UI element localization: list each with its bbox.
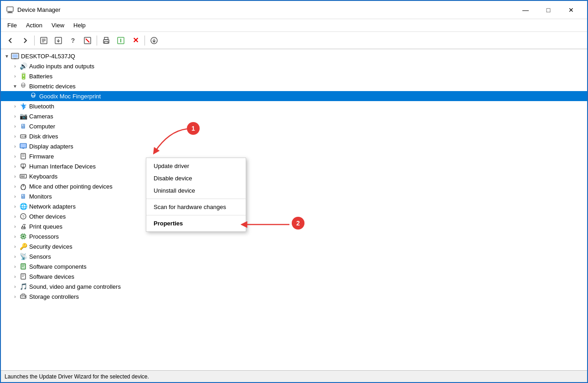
ctx-sep-2: [146, 215, 246, 215]
monitors-expander[interactable]: ›: [11, 192, 19, 200]
biometric-expander[interactable]: ▼: [11, 82, 19, 90]
tree-mice[interactable]: › Mice and other pointing devices: [1, 181, 587, 191]
ctx-disable-device[interactable]: Disable device: [146, 172, 246, 184]
hid-expander[interactable]: ›: [11, 162, 19, 170]
menu-help[interactable]: Help: [69, 20, 90, 31]
mice-expander[interactable]: ›: [11, 182, 19, 190]
update-driver-button[interactable]: [52, 34, 65, 47]
tree-root[interactable]: ▼ DESKTOP-4L537JQ: [1, 51, 587, 61]
mice-icon: [19, 182, 27, 190]
storage-expander[interactable]: ›: [11, 292, 19, 301]
keyboards-expander[interactable]: ›: [11, 172, 19, 180]
menu-action[interactable]: Action: [21, 20, 47, 31]
root-icon: [11, 52, 19, 60]
bluetooth-expander[interactable]: ›: [11, 102, 19, 110]
batteries-expander[interactable]: ›: [11, 72, 19, 80]
tree-storage[interactable]: › Storage controllers: [1, 291, 587, 301]
svg-point-22: [31, 93, 35, 97]
print-icon: 🖨: [19, 222, 27, 230]
svg-rect-36: [20, 174, 26, 178]
download-button[interactable]: [147, 34, 161, 47]
forward-button[interactable]: [18, 34, 32, 47]
tree-firmware[interactable]: › Firmware: [1, 151, 587, 161]
tree-security[interactable]: › 🔑 Security devices: [1, 241, 587, 251]
tree-hid[interactable]: › Human Interface Devices: [1, 161, 587, 171]
tree-processors[interactable]: ›: [1, 231, 587, 241]
display-expander[interactable]: ›: [11, 142, 19, 150]
computer-label: Computer: [29, 123, 55, 130]
back-button[interactable]: [4, 34, 17, 47]
computer-expander[interactable]: ›: [11, 122, 19, 130]
cameras-expander[interactable]: ›: [11, 112, 19, 120]
disk-expander[interactable]: ›: [11, 132, 19, 140]
minimize-button[interactable]: —: [515, 3, 536, 17]
sensors-expander[interactable]: ›: [11, 252, 19, 260]
tree-network[interactable]: › 🌐 Network adapters: [1, 201, 587, 211]
tree-audio[interactable]: › 🔊 Audio inputs and outputs: [1, 61, 587, 71]
sensors-label: Sensors: [29, 253, 51, 260]
other-expander[interactable]: ›: [11, 212, 19, 220]
goodix-label: Goodix Moc Fingerprint: [39, 93, 101, 100]
biometric-label: Biometric devices: [29, 83, 76, 90]
tree-goodix[interactable]: Goodix Moc Fingerprint: [1, 91, 587, 101]
menu-view[interactable]: View: [47, 20, 69, 31]
audio-expander[interactable]: ›: [11, 62, 19, 70]
computer-icon: 🖥: [19, 122, 27, 130]
tree-other[interactable]: › ? Other devices: [1, 211, 587, 221]
print-expander[interactable]: ›: [11, 222, 19, 230]
processors-expander[interactable]: ›: [11, 232, 19, 240]
print-button[interactable]: [99, 34, 113, 47]
tree-cameras[interactable]: › 📷 Cameras: [1, 111, 587, 121]
root-expander[interactable]: ▼: [3, 52, 11, 60]
disable-button[interactable]: [81, 34, 94, 47]
window-title: Device Manager: [17, 6, 61, 13]
sound-expander[interactable]: ›: [11, 282, 19, 291]
tree-biometric[interactable]: ▼ Biometric devices: [1, 81, 587, 91]
softcomp-expander[interactable]: ›: [11, 262, 19, 271]
svg-rect-40: [21, 177, 25, 178]
firmware-expander[interactable]: ›: [11, 152, 19, 160]
tree-softcomp[interactable]: › Software components: [1, 261, 587, 271]
remove-button[interactable]: ✕: [129, 34, 142, 47]
scan-button[interactable]: [114, 34, 128, 47]
tree-print[interactable]: › 🖨 Print queues: [1, 221, 587, 231]
display-icon: [19, 142, 27, 150]
svg-rect-47: [22, 235, 24, 237]
bluetooth-icon: [19, 102, 27, 110]
svg-rect-12: [104, 37, 108, 40]
network-expander[interactable]: ›: [11, 202, 19, 210]
svg-rect-38: [22, 175, 23, 176]
bluetooth-label: Bluetooth: [29, 103, 54, 110]
tree-bluetooth[interactable]: › Bluetooth: [1, 101, 587, 111]
title-bar-left: Device Manager: [6, 6, 61, 14]
properties-button[interactable]: [37, 34, 51, 47]
ctx-properties[interactable]: Properties: [146, 217, 246, 230]
ctx-uninstall-device[interactable]: Uninstall device: [146, 184, 246, 197]
storage-icon: [19, 292, 27, 301]
other-icon: ?: [19, 212, 27, 220]
tree-keyboards[interactable]: › Keyboards: [1, 171, 587, 181]
ctx-scan-hardware[interactable]: Scan for hardware changes: [146, 201, 246, 213]
softcomp-icon: [19, 262, 27, 271]
batteries-icon: 🔋: [19, 72, 27, 80]
device-tree[interactable]: ▼ DESKTOP-4L537JQ › 🔊 Audio inputs and: [1, 49, 587, 370]
svg-rect-39: [24, 175, 25, 176]
softdev-expander[interactable]: ›: [11, 272, 19, 281]
maximize-button[interactable]: □: [538, 3, 559, 17]
tree-monitors[interactable]: › 🖥 Monitors: [1, 191, 587, 201]
tree-sensors[interactable]: › 📡 Sensors: [1, 251, 587, 261]
tree-computer[interactable]: › 🖥 Computer: [1, 121, 587, 131]
status-text: Launches the Update Driver Wizard for th…: [5, 373, 149, 380]
menu-file[interactable]: File: [3, 20, 21, 31]
tree-display[interactable]: › Display adapters: [1, 141, 587, 151]
close-button[interactable]: ✕: [561, 3, 582, 17]
security-expander[interactable]: ›: [11, 242, 19, 250]
tree-sound[interactable]: › 🎵 Sound, video and game controllers: [1, 281, 587, 291]
keyboards-label: Keyboards: [29, 173, 57, 180]
display-label: Display adapters: [29, 143, 73, 150]
tree-disk[interactable]: › Disk drives: [1, 131, 587, 141]
help-button[interactable]: ?: [66, 34, 80, 47]
tree-batteries[interactable]: › 🔋 Batteries: [1, 71, 587, 81]
ctx-update-driver[interactable]: Update driver: [146, 160, 246, 172]
tree-softdev[interactable]: › Software devices: [1, 271, 587, 281]
